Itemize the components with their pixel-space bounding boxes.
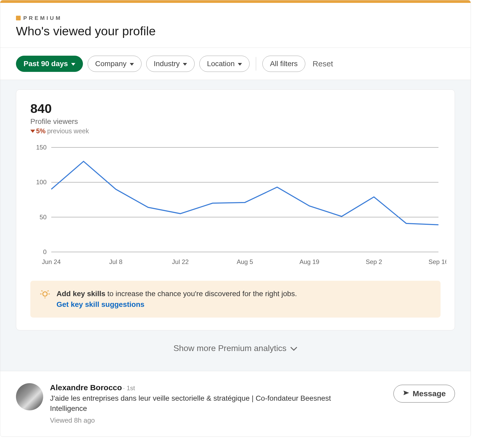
filter-location[interactable]: Location bbox=[199, 56, 250, 72]
metric-label: Profile viewers bbox=[30, 117, 441, 126]
skills-link[interactable]: Get key skill suggestions bbox=[57, 300, 144, 308]
premium-label: PREMIUM bbox=[23, 15, 62, 21]
viewers-chart: 050100150Jun 24Jul 8Jul 22Aug 5Aug 19Sep… bbox=[30, 145, 441, 269]
filter-time-range[interactable]: Past 90 days bbox=[16, 56, 83, 72]
svg-text:Sep 2: Sep 2 bbox=[366, 258, 382, 265]
chevron-down-icon bbox=[130, 63, 134, 66]
svg-text:Jul 22: Jul 22 bbox=[172, 258, 189, 265]
chevron-down-icon bbox=[183, 63, 187, 66]
filter-company-label: Company bbox=[95, 60, 127, 68]
analytics-card: 840 Profile viewers 5% previous week 050… bbox=[16, 89, 455, 330]
filter-location-label: Location bbox=[207, 60, 235, 68]
svg-text:150: 150 bbox=[36, 145, 47, 151]
message-button[interactable]: Message bbox=[393, 385, 455, 403]
trend-previous-text: previous week bbox=[47, 127, 89, 135]
svg-point-15 bbox=[43, 292, 47, 296]
svg-text:Jul 8: Jul 8 bbox=[109, 258, 122, 265]
page-header: PREMIUM Who's viewed your profile bbox=[0, 3, 471, 48]
premium-top-bar bbox=[0, 0, 471, 3]
svg-line-20 bbox=[48, 290, 48, 291]
premium-line: PREMIUM bbox=[16, 15, 455, 21]
filter-industry-label: Industry bbox=[154, 60, 180, 68]
chart-svg: 050100150Jun 24Jul 8Jul 22Aug 5Aug 19Sep… bbox=[30, 145, 446, 268]
analytics-section: 840 Profile viewers 5% previous week 050… bbox=[0, 80, 471, 371]
svg-text:Aug 5: Aug 5 bbox=[237, 258, 253, 265]
chevron-down-icon bbox=[71, 63, 75, 66]
viewer-name[interactable]: Alexandre Borocco bbox=[50, 383, 122, 392]
trend-down: 5% bbox=[30, 127, 46, 135]
svg-text:Jun 24: Jun 24 bbox=[42, 258, 61, 265]
avatar[interactable] bbox=[16, 383, 43, 410]
show-more-analytics[interactable]: Show more Premium analytics bbox=[16, 330, 455, 368]
send-icon bbox=[403, 389, 409, 398]
premium-icon bbox=[16, 16, 21, 20]
viewer-time: Viewed 8h ago bbox=[50, 416, 387, 424]
skills-text: Add key skills to increase the chance yo… bbox=[57, 289, 297, 310]
trend-row: 5% previous week bbox=[30, 127, 441, 135]
svg-line-19 bbox=[42, 290, 42, 291]
svg-text:Sep 16: Sep 16 bbox=[429, 258, 446, 265]
triangle-down-icon bbox=[30, 130, 35, 133]
message-button-label: Message bbox=[413, 389, 446, 398]
viewer-degree: · 1st bbox=[123, 384, 135, 392]
svg-text:Aug 19: Aug 19 bbox=[300, 258, 319, 265]
viewer-headline: J'aide les entreprises dans leur veille … bbox=[50, 393, 338, 413]
filter-all-filters[interactable]: All filters bbox=[262, 56, 305, 72]
skills-rest: to increase the chance you're discovered… bbox=[105, 290, 297, 298]
trend-percent: 5% bbox=[36, 127, 46, 135]
filter-reset[interactable]: Reset bbox=[310, 59, 336, 68]
filters-row: Past 90 days Company Industry Location A… bbox=[0, 48, 471, 80]
viewer-row[interactable]: Alexandre Borocco · 1st J'aide les entre… bbox=[0, 371, 471, 436]
filter-separator bbox=[256, 57, 256, 71]
page-title: Who's viewed your profile bbox=[16, 24, 455, 38]
skills-bold: Add key skills bbox=[57, 290, 105, 298]
show-more-label: Show more Premium analytics bbox=[173, 343, 286, 353]
lightbulb-icon bbox=[40, 290, 50, 301]
filter-all-filters-label: All filters bbox=[270, 60, 298, 68]
main-card: PREMIUM Who's viewed your profile Past 9… bbox=[0, 0, 471, 437]
svg-text:100: 100 bbox=[36, 179, 47, 186]
metric-value: 840 bbox=[30, 101, 441, 116]
chevron-down-icon bbox=[238, 63, 242, 66]
chevron-down-icon bbox=[290, 343, 297, 353]
filter-time-range-label: Past 90 days bbox=[24, 60, 68, 68]
filter-industry[interactable]: Industry bbox=[146, 56, 195, 72]
filter-company[interactable]: Company bbox=[88, 56, 142, 72]
svg-text:50: 50 bbox=[40, 214, 47, 221]
svg-text:0: 0 bbox=[43, 248, 47, 255]
viewer-info: Alexandre Borocco · 1st J'aide les entre… bbox=[50, 383, 387, 424]
skills-banner: Add key skills to increase the chance yo… bbox=[30, 281, 441, 318]
